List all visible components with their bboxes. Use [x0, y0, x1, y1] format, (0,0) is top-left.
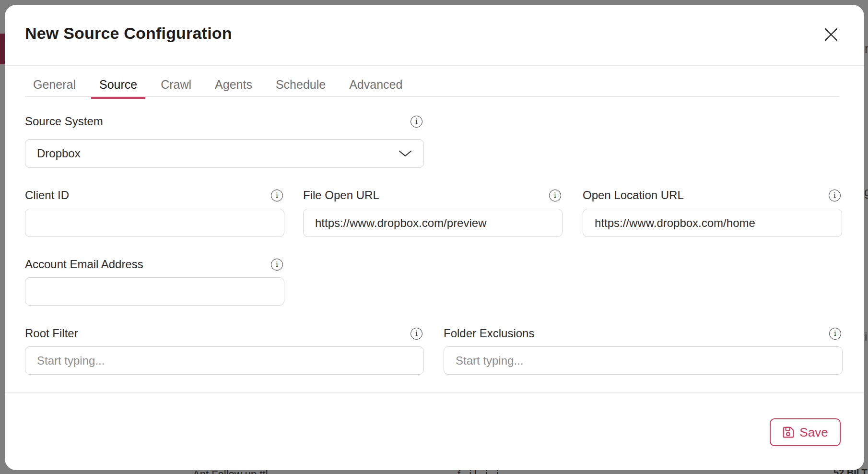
info-icon[interactable]: i: [829, 190, 841, 201]
tab-agents[interactable]: Agents: [215, 72, 252, 97]
root-filter-field-group: Root Filter i: [25, 326, 424, 375]
source-system-selected-value: Dropbox: [37, 147, 81, 160]
account-email-field-group: Account Email Address i: [25, 257, 284, 306]
close-button[interactable]: [821, 24, 842, 45]
save-button[interactable]: Save: [770, 418, 841, 446]
client-id-label: Client ID: [25, 189, 69, 202]
file-open-url-field-group: File Open URL i: [303, 188, 563, 237]
file-open-url-label: File Open URL: [303, 189, 379, 202]
backdrop-text-fragment: g: [864, 185, 868, 200]
file-open-url-input[interactable]: [303, 209, 563, 237]
title-divider: [5, 65, 864, 66]
source-system-label: Source System: [25, 115, 103, 128]
new-source-configuration-dialog: New Source Configuration General Source …: [5, 5, 864, 470]
source-system-select[interactable]: Dropbox: [25, 139, 424, 168]
client-id-field-group: Client ID i: [25, 188, 284, 237]
save-button-label: Save: [799, 425, 828, 440]
root-filter-label: Root Filter: [25, 327, 78, 340]
source-system-field-group: Source System i Dropbox: [25, 114, 424, 168]
tab-schedule[interactable]: Schedule: [276, 72, 326, 97]
folder-exclusions-input[interactable]: [444, 346, 843, 375]
backdrop-maroon-fragment: [0, 34, 5, 64]
dialog-tabs: General Source Crawl Agents Schedule Adv…: [33, 72, 402, 97]
open-location-url-input[interactable]: [583, 209, 842, 237]
tabs-divider: [25, 96, 839, 97]
dialog-title: New Source Configuration: [25, 24, 232, 43]
info-icon[interactable]: i: [549, 190, 561, 201]
chevron-down-icon: [399, 150, 412, 157]
account-email-label: Account Email Address: [25, 258, 143, 271]
info-icon[interactable]: i: [411, 328, 422, 340]
close-icon: [824, 27, 838, 42]
tab-general[interactable]: General: [33, 72, 76, 97]
folder-exclusions-field-group: Folder Exclusions i: [444, 326, 843, 375]
backdrop-text-fragment: i: [865, 330, 867, 344]
open-location-url-label: Open Location URL: [583, 189, 684, 202]
info-icon[interactable]: i: [271, 259, 283, 271]
tab-source[interactable]: Source: [99, 72, 137, 97]
info-icon[interactable]: i: [829, 328, 841, 340]
tab-crawl[interactable]: Crawl: [161, 72, 191, 97]
info-icon[interactable]: i: [271, 190, 283, 201]
folder-exclusions-label: Folder Exclusions: [444, 327, 534, 340]
info-icon[interactable]: i: [411, 116, 422, 128]
account-email-input[interactable]: [25, 277, 284, 306]
tab-advanced[interactable]: Advanced: [349, 72, 402, 97]
floppy-disk-icon: [782, 426, 795, 438]
root-filter-input[interactable]: [25, 346, 424, 375]
backdrop-text-fragment: n: [865, 41, 868, 56]
footer-divider: [5, 392, 864, 393]
open-location-url-field-group: Open Location URL i: [583, 188, 842, 237]
client-id-input[interactable]: [25, 209, 284, 237]
